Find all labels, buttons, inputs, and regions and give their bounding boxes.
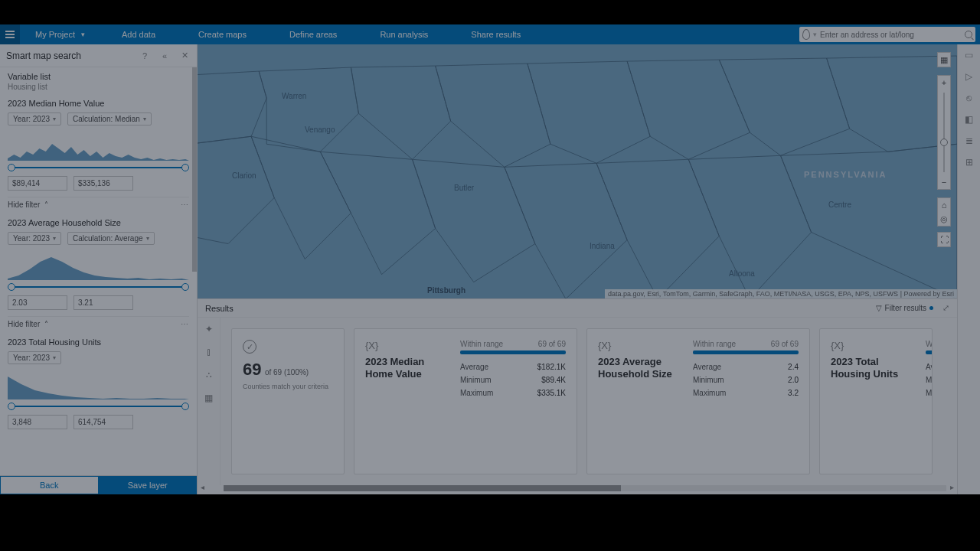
section-title: Variable list [8,72,189,81]
fullscreen-icon[interactable]: ⛶ [938,233,950,246]
hide-filter-toggle[interactable]: Hide filter˄⋯ [8,316,189,331]
range-slider[interactable] [8,403,189,410]
help-icon[interactable]: ? [139,50,151,62]
nav-run-analysis[interactable]: Run analysis [358,30,449,39]
nav-add-data[interactable]: Add data [100,30,177,39]
map-canvas[interactable]: Warren Venango Clarion Butler Pittsburgh… [198,44,957,298]
top-nav: My Project ▾ Add data Create maps Define… [0,24,980,44]
map-label: Venango [305,126,335,134]
panel-title: Smart map search [6,51,81,61]
min-input[interactable] [8,176,67,191]
year-dropdown[interactable]: Year: 2023▾ [8,351,61,364]
histogram [8,132,189,161]
map-label: Pittsburgh [427,286,466,295]
stat-title: 2023 Total Housing Units [831,356,915,381]
variable-title: 2023 Total Housing Units [8,337,189,347]
filter-icon: ▽ [876,304,882,312]
nav-define-areas[interactable]: Define areas [268,30,358,39]
progress-bar [926,350,933,354]
nav-create-maps[interactable]: Create maps [177,30,268,39]
variable-icon: {X} [831,340,915,351]
collapse-icon[interactable]: « [158,50,171,62]
rail-tool-icon[interactable]: ▷ [963,70,975,83]
wand-icon[interactable]: ✦ [198,318,220,341]
project-name: My Project [35,30,75,39]
chevron-up-icon: ˄ [44,201,48,209]
range-slider[interactable] [8,164,189,171]
variable-title: 2023 Median Home Value [8,99,189,108]
variable-block: 2023 Total Housing Units Year: 2023▾ [8,337,189,429]
home-icon[interactable]: ⌂ [938,198,950,212]
filter-results-button[interactable]: ▽Filter results [876,304,933,312]
variable-title: 2023 Average Household Size [8,218,189,227]
stat-card: {X} 2023 Total Housing Units With Aver M… [819,328,933,474]
right-tool-rail: ▭ ▷ ⎋ ◧ ≣ ⊞ [957,44,980,494]
zoom-in-icon: + [938,76,950,90]
progress-bar [460,350,566,354]
map-label: Altoona [729,269,755,278]
state-label: PENNSYLVANIA [804,170,887,179]
rail-tool-icon[interactable]: ≣ [963,135,975,147]
chart-icon[interactable]: ⫿ [198,341,220,364]
project-dropdown[interactable]: My Project ▾ [20,30,100,39]
locate-icon[interactable]: ◎ [938,212,950,226]
max-input[interactable] [74,295,133,310]
calc-dropdown[interactable]: Calculation: Median▾ [67,112,152,126]
pin-icon [802,29,810,40]
rail-tool-icon[interactable]: ⎋ [963,92,975,104]
match-desc: Counties match your criteria [243,383,333,392]
map-label: Warren [282,92,306,100]
stat-card: {X} 2023 Average Household Size Within r… [586,328,810,474]
nav-share-results[interactable]: Share results [449,30,542,39]
map-attribution: data.pa.gov, Esri, TomTom, Garmin, SafeG… [605,289,957,298]
grid-icon: ▦ [938,53,950,67]
search-icon[interactable] [965,31,972,38]
table-icon[interactable]: ▦ [198,386,220,409]
horizontal-scrollbar[interactable] [224,485,946,491]
histogram [8,251,189,280]
results-panel: Results ▽Filter results ⤢ ✦ ⫿ ∴ ▦ 69 of … [198,298,957,494]
histogram [8,370,189,399]
variable-icon: {X} [365,340,449,351]
more-icon[interactable]: ⋯ [181,201,189,209]
check-icon [243,340,256,354]
results-view-tabs: ✦ ⫿ ∴ ▦ [198,318,220,485]
min-input[interactable] [8,415,67,429]
section-sub: Housing list [8,83,189,91]
calc-dropdown[interactable]: Calculation: Average▾ [67,232,155,245]
close-icon[interactable]: ✕ [178,50,191,62]
map-label: Indiana [590,242,615,250]
variable-block: 2023 Median Home Value Year: 2023▾ Calcu… [8,99,189,212]
address-search[interactable]: ▾ [799,27,975,42]
basemap-button[interactable]: ▦ [937,52,951,67]
more-icon[interactable]: ⋯ [181,320,189,328]
expand-icon[interactable]: ⤢ [942,303,949,313]
zoom-slider[interactable]: +− [937,75,951,190]
min-input[interactable] [8,295,67,310]
scatter-icon[interactable]: ∴ [198,364,220,386]
stat-card: {X} 2023 Median Home Value Within range6… [354,328,577,474]
max-input[interactable] [74,415,133,429]
variable-icon: {X} [598,340,682,351]
stat-title: 2023 Median Home Value [365,356,449,381]
search-input[interactable] [820,31,965,39]
hide-filter-toggle[interactable]: Hide filter˄⋯ [8,197,189,212]
chevron-down-icon: ▾ [81,31,85,38]
smart-search-panel: Smart map search ? « ✕ Variable list Hou… [0,44,198,494]
hamburger-icon[interactable] [0,24,20,44]
scroll-right-icon[interactable]: ▸ [950,483,954,491]
rail-tool-icon[interactable]: ▭ [963,49,975,61]
rail-tool-icon[interactable]: ◧ [963,113,975,126]
year-dropdown[interactable]: Year: 2023▾ [8,112,61,126]
year-dropdown[interactable]: Year: 2023▾ [8,232,61,245]
rail-tool-icon[interactable]: ⊞ [963,156,975,168]
chevron-down-icon[interactable]: ▾ [813,31,817,38]
chevron-up-icon: ˄ [44,320,48,328]
max-input[interactable] [74,176,133,191]
save-layer-button[interactable]: Save layer [99,476,198,494]
scroll-left-icon[interactable]: ◂ [201,483,204,491]
back-button[interactable]: Back [0,476,99,494]
zoom-out-icon: − [938,175,950,189]
range-slider[interactable] [8,283,189,291]
map-label: Butler [454,184,474,192]
